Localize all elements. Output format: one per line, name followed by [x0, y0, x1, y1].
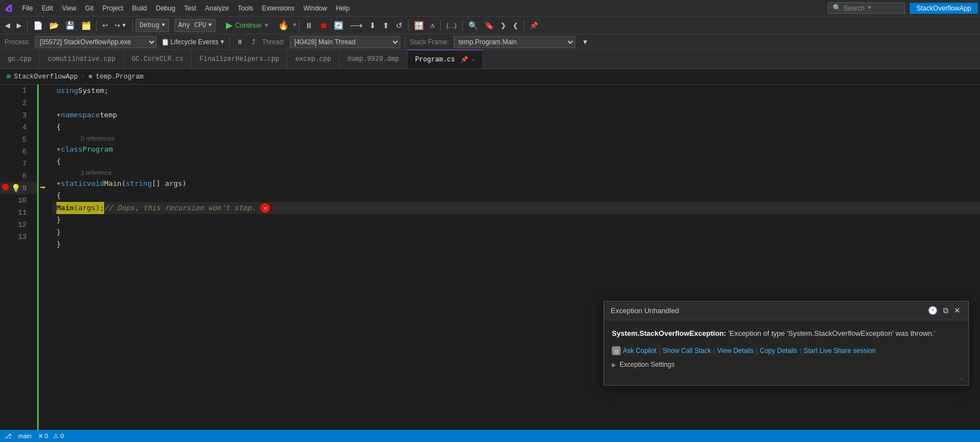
menu-item-help[interactable]: Help: [332, 3, 354, 13]
cpu-dropdown[interactable]: Any CPU ▼: [174, 19, 215, 32]
menu-item-debug[interactable]: Debug: [151, 3, 179, 13]
breadcrumb-namespace[interactable]: temp.Program: [96, 73, 143, 81]
open-folder-button[interactable]: 📂: [47, 19, 61, 32]
bookmark2-button[interactable]: ❯: [498, 20, 509, 31]
redo-button[interactable]: ↪ ▼: [112, 20, 130, 31]
tab-dump[interactable]: dump.9920.dmp: [339, 50, 408, 69]
back-button[interactable]: ◀: [2, 20, 13, 31]
tab-label: gc.cpp: [8, 55, 32, 63]
line-row-1: 1: [0, 85, 39, 97]
tab-finalizer[interactable]: FinalizerHelpers.cpp: [192, 50, 287, 69]
stackframe-select[interactable]: temp.Program.Main: [453, 36, 575, 48]
lifecycle-button[interactable]: 📋 Lifecycle Events ▼: [161, 38, 225, 46]
pause-button[interactable]: ⏸: [302, 19, 316, 32]
process-select[interactable]: [35572] StackOverflowApp.exe: [35, 36, 157, 48]
format-button[interactable]: A: [427, 20, 437, 30]
menu-item-analyze[interactable]: Analyze: [201, 3, 234, 13]
tab-gccore[interactable]: GC.CoreCLR.cs: [124, 50, 192, 69]
save-all-button[interactable]: 🗂️: [79, 19, 94, 32]
undo-button[interactable]: ↩: [100, 20, 111, 31]
thread-select[interactable]: [40428] Main Thread: [290, 36, 400, 48]
restart-button[interactable]: 🔄: [331, 19, 346, 32]
vs-logo: [2, 2, 14, 14]
line-row-2: 2: [0, 97, 39, 109]
bookmark-button[interactable]: 🔖: [482, 19, 497, 32]
tab-label: comutilnative.cpp: [48, 55, 115, 63]
forward-button[interactable]: ▶: [14, 20, 24, 31]
exception-restore-button[interactable]: ⧉: [942, 306, 950, 315]
save-button[interactable]: 💾: [63, 19, 78, 32]
search-dropdown-icon: ▼: [868, 5, 871, 11]
code-line-1: using System;: [52, 85, 980, 97]
start-liveshare-link[interactable]: Start Live Share session: [803, 347, 875, 355]
code-line-6: {: [52, 155, 980, 168]
code-line-4: {: [52, 121, 980, 133]
exception-settings-label: Exception Settings: [620, 361, 674, 368]
ref-0[interactable]: 0 references: [52, 133, 980, 143]
menu-item-project[interactable]: Project: [98, 3, 127, 13]
settings-chevron-icon: ▶: [612, 362, 616, 368]
menu-item-window[interactable]: Window: [299, 3, 332, 13]
menu-item-view[interactable]: View: [58, 3, 81, 13]
tab-close-icon[interactable]: ✕: [472, 56, 475, 63]
line-number-12: 12: [14, 221, 31, 229]
detach-button[interactable]: ⤴: [250, 38, 257, 46]
debug-windows-button[interactable]: 🪟: [411, 19, 426, 32]
menu-item-test[interactable]: Test: [180, 3, 201, 13]
line-number-10: 10: [14, 196, 31, 205]
line-number-3: 3: [14, 111, 31, 119]
tab-gccpp[interactable]: gc.cpp: [0, 50, 40, 69]
tab-excep[interactable]: excep.cpp: [287, 50, 339, 69]
copilot-icon: 🤖: [612, 346, 621, 355]
line-number-13: 13: [14, 233, 31, 241]
new-file-button[interactable]: 📄: [30, 19, 45, 32]
step-into-button[interactable]: ⬇: [367, 19, 379, 32]
find-button[interactable]: 🔍: [466, 19, 481, 32]
step-back-button[interactable]: ↺: [393, 19, 405, 32]
process-label: Process:: [4, 38, 30, 46]
line-number-2: 2: [14, 99, 31, 107]
sep8: [524, 20, 524, 31]
exception-settings[interactable]: ▶ Exception Settings: [612, 361, 961, 368]
ref-1[interactable]: 1 reference: [52, 168, 980, 178]
break-button[interactable]: ⏸: [234, 38, 245, 46]
code-line-9: Main(args); // Oops, this recursion won'…: [52, 202, 980, 214]
bookmark3-button[interactable]: ❮: [510, 20, 521, 31]
menu-item-git[interactable]: Git: [81, 3, 98, 13]
exception-close-button[interactable]: ✕: [953, 306, 962, 315]
exception-history-button[interactable]: 🕐: [927, 306, 938, 315]
breadcrumb-project[interactable]: StackOverflowApp: [14, 73, 78, 81]
ask-copilot-link[interactable]: Ask Copilot: [623, 347, 657, 355]
menu-item-file[interactable]: File: [18, 3, 37, 13]
step-out-button[interactable]: ⬆: [380, 19, 392, 32]
view-details-link[interactable]: View Details: [717, 347, 754, 355]
exception-popup: Exception Unhandled 🕐 ⧉ ✕ System.StackOv…: [604, 301, 969, 386]
menu-item-edit[interactable]: Edit: [37, 3, 58, 13]
step-over-button[interactable]: ⟶: [347, 18, 365, 32]
sep2: [96, 20, 97, 31]
menu-item-tools[interactable]: Tools: [233, 3, 257, 13]
search-box[interactable]: 🔍 Search ▼: [828, 2, 905, 14]
debug-mode-dropdown[interactable]: Debug ▼: [136, 19, 169, 32]
line-row-9: 💡 9: [0, 182, 39, 194]
line-number-11: 11: [14, 209, 31, 217]
warning-number: 0: [60, 433, 64, 439]
play-icon: ▶: [226, 20, 233, 30]
decompile-button[interactable]: {…}: [443, 20, 459, 30]
resize-handle[interactable]: ⤡: [960, 376, 964, 383]
menu-item-extensions[interactable]: Extensions: [257, 3, 299, 13]
tab-program[interactable]: Program.cs 📌 ✕: [408, 50, 483, 69]
stackframe-expand-button[interactable]: ▼: [580, 38, 591, 46]
hotfire-button[interactable]: 🔥: [275, 18, 292, 32]
continue-button[interactable]: ▶ Continue ▼: [221, 18, 274, 32]
link-sep-1: |: [659, 347, 661, 355]
search-placeholder: Search: [843, 4, 864, 12]
copy-details-link[interactable]: Copy Details: [760, 347, 797, 355]
tab-comutil[interactable]: comutilnative.cpp: [40, 50, 123, 69]
show-call-stack-link[interactable]: Show Call Stack: [663, 347, 711, 355]
menu-item-build[interactable]: Build: [128, 3, 152, 13]
link-sep-4: |: [800, 347, 801, 355]
stop-button[interactable]: ⏹: [317, 19, 330, 32]
sep1: [27, 20, 28, 31]
pin-button[interactable]: 📌: [527, 20, 541, 31]
